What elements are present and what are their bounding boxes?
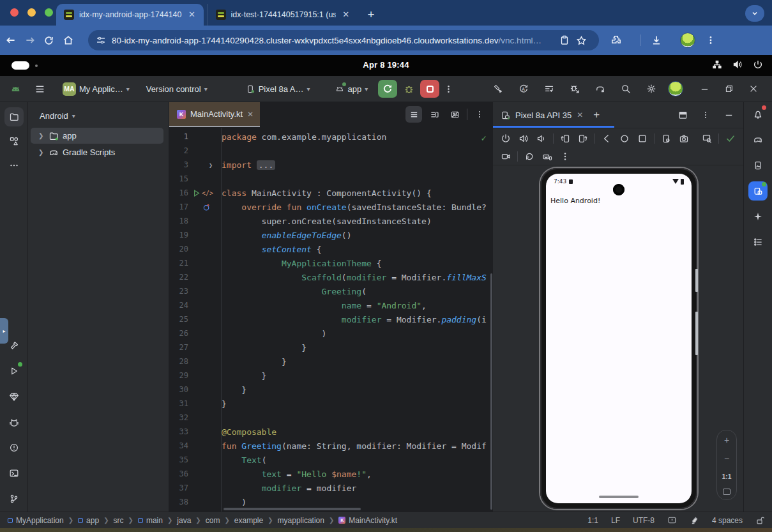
code-line-27[interactable]: 27 } [169, 340, 493, 354]
network-icon[interactable] [712, 59, 722, 70]
tool-stripe-git-branch[interactable] [4, 489, 24, 508]
editor-split-preview-icon[interactable] [426, 106, 443, 123]
code-line-20[interactable]: 20 setContent { [169, 242, 493, 256]
tree-item-app[interactable]: ❯ app [31, 128, 163, 144]
minimize-window-icon[interactable] [700, 84, 709, 94]
close-tab-icon[interactable]: ✕ [247, 110, 254, 119]
tool-stripe-gem[interactable] [4, 387, 24, 406]
back-icon[interactable] [5, 34, 24, 46]
keyboard-mouse-icon[interactable] [538, 148, 556, 165]
stop-button[interactable] [420, 80, 439, 98]
profile-avatar[interactable] [680, 33, 695, 48]
search-icon[interactable] [617, 80, 635, 98]
phone-nav-pill[interactable] [599, 496, 639, 498]
main-menu-icon[interactable] [31, 80, 49, 98]
desktop-clock[interactable]: Apr 8 19:44 [0, 60, 772, 70]
editor-hscrollbar[interactable] [223, 508, 361, 510]
code-line-23[interactable]: 23 Greeting( [169, 284, 493, 298]
code-line-19[interactable]: 19 enableEdgeToEdge() [169, 228, 493, 242]
tool-stripe-more-dots[interactable] [4, 156, 24, 175]
browser-tab[interactable]: idx-test-1744140517915:1 (us ✕ [208, 4, 358, 26]
close-traffic-icon[interactable] [10, 8, 19, 17]
tool-stripe-logcat-cat[interactable] [4, 413, 24, 432]
zoom-out-button[interactable]: − [724, 453, 729, 464]
breadcrumb-item[interactable]: java [177, 516, 191, 525]
code-line-24[interactable]: 24 name = "Android", [169, 298, 493, 312]
editor-vscrollbar[interactable] [490, 273, 492, 510]
volume-icon[interactable] [732, 59, 743, 70]
reset-icon[interactable] [520, 148, 538, 165]
code-line-34[interactable]: 34fun Greeting(name: String, modifier: M… [169, 439, 493, 453]
volume-up-icon[interactable] [515, 130, 533, 147]
breadcrumb-item[interactable]: KMainActivity.kt [338, 516, 397, 525]
code-line-16[interactable]: 16 </>class MainActivity : ComponentActi… [169, 186, 493, 200]
line-ending[interactable]: LF [611, 516, 620, 525]
retry-a-icon[interactable]: A [515, 80, 533, 98]
emulator-phone[interactable]: 7:43 Hello Android! [540, 168, 697, 509]
build-list-icon[interactable] [540, 80, 558, 98]
code-line-1[interactable]: 1package com.example.myapplication✓ [169, 130, 493, 144]
code-line-38[interactable]: 38 ) [169, 495, 493, 509]
code-line-18[interactable]: 18 super.onCreate(savedInstanceState) [169, 214, 493, 228]
tool-stripe-problems[interactable] [4, 438, 24, 457]
run-class-icon[interactable] [192, 189, 201, 197]
camera-snapshot-icon[interactable] [675, 130, 693, 147]
minimize-traffic-icon[interactable] [27, 8, 36, 17]
vcs-widget[interactable]: Version control ▾ [146, 84, 208, 94]
downloads-icon[interactable] [651, 34, 670, 46]
fold-chevron-icon[interactable]: ❯ [209, 162, 213, 169]
code-line-37[interactable]: 37 modifier = modifier [169, 481, 493, 495]
project-view-selector[interactable]: Android ▾ [28, 102, 169, 127]
code-line-22[interactable]: 22 Scaffold(modifier = Modifier.fillMaxS [169, 270, 493, 284]
code-line-31[interactable]: 31} [169, 397, 493, 411]
run-more-icon[interactable] [439, 80, 457, 98]
volume-down-icon[interactable] [533, 130, 550, 147]
code-line-36[interactable]: 36 text = "Hello $name!", [169, 467, 493, 481]
bookmark-star-icon[interactable] [576, 35, 593, 46]
check-deployed-icon[interactable] [722, 130, 739, 147]
code-line-35[interactable]: 35 Text( [169, 453, 493, 467]
close-window-icon[interactable] [749, 84, 758, 93]
editor-options-icon[interactable] [471, 106, 488, 123]
code-line-25[interactable]: 25 modifier = Modifier.padding(i [169, 312, 493, 326]
nav-back-icon[interactable] [598, 130, 616, 147]
nav-home-icon[interactable] [616, 130, 633, 147]
code-line-28[interactable]: 28 } [169, 354, 493, 369]
power-icon[interactable] [753, 59, 763, 70]
code-line-15[interactable]: 15 [169, 172, 493, 186]
tool-stripe-list-settings[interactable] [748, 232, 768, 252]
breadcrumb-item[interactable]: src [114, 516, 124, 525]
code-line-21[interactable]: 21 MyApplicationTheme { [169, 256, 493, 270]
readonly-toggle-icon[interactable] [667, 515, 677, 525]
breadcrumb-item[interactable]: main [138, 516, 163, 525]
maximize-traffic-icon[interactable] [45, 8, 53, 17]
gear-icon[interactable] [642, 80, 660, 98]
rerun-button[interactable] [378, 80, 397, 98]
code-editor[interactable]: 1package com.example.myapplication✓23❯im… [169, 128, 493, 512]
tool-stripe-run-play[interactable] [4, 361, 24, 381]
breadcrumb-item[interactable]: com [206, 516, 220, 525]
editor-tab-mainactivity[interactable]: K MainActivity.kt ✕ [169, 102, 260, 127]
browser-tab[interactable]: idx-my-android-app-1744140 ✕ [56, 4, 204, 26]
device-settings-icon[interactable] [657, 130, 675, 147]
extensions-icon[interactable] [610, 34, 630, 46]
emulator-tab-label[interactable]: Pixel 8a API 35 [515, 110, 571, 120]
tool-stripe-hammer[interactable] [4, 336, 24, 355]
hide-panel-icon[interactable] [720, 107, 737, 123]
indent-setting[interactable]: 4 spaces [712, 516, 743, 525]
project-widget[interactable]: MA My Applic… ▾ [63, 82, 130, 96]
avatar-icon[interactable] [668, 81, 683, 96]
tool-stripe-device-image[interactable] [748, 156, 768, 175]
tool-stripe-gradle-elephant[interactable] [748, 130, 768, 149]
kebab-icon[interactable] [556, 148, 574, 165]
window-layout-icon[interactable] [674, 107, 691, 123]
code-line-3[interactable]: 3❯import ... [169, 158, 493, 172]
new-tab-button[interactable]: + [368, 8, 375, 22]
phone-screen[interactable]: 7:43 Hello Android! [546, 174, 692, 503]
highlighting-level-icon[interactable] [690, 515, 699, 525]
zoom-fit-button[interactable] [723, 489, 730, 495]
lock-icon[interactable] [755, 516, 764, 525]
browser-menu-icon[interactable] [706, 35, 725, 45]
debug-icon[interactable] [400, 80, 418, 98]
code-line-29[interactable]: 29 } [169, 369, 493, 383]
